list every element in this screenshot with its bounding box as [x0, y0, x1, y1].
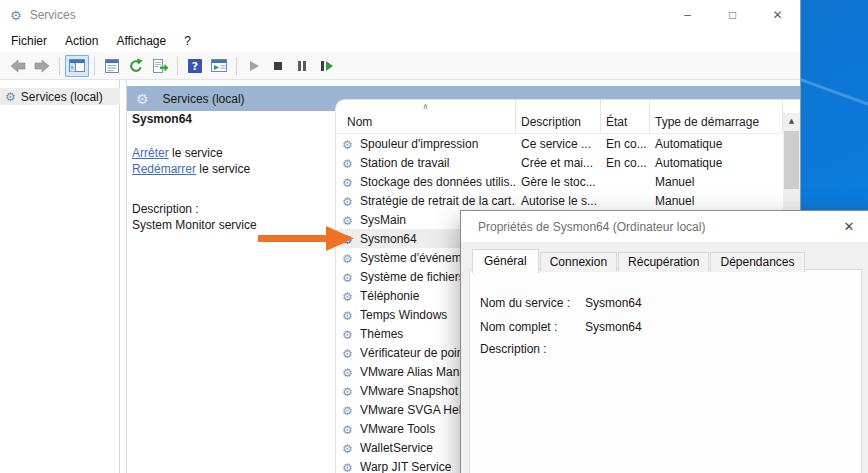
- properties-icon[interactable]: [100, 55, 124, 77]
- service-gear-icon: ⚙: [342, 291, 353, 303]
- pause-service-icon[interactable]: [290, 55, 314, 77]
- selected-service-name: Sysmon64: [132, 112, 192, 126]
- name-cell: ⚙Stockage des données utilis...: [336, 175, 516, 189]
- type-cell: Manuel: [650, 175, 783, 189]
- name-cell: ⚙Spouleur d'impression: [336, 137, 516, 151]
- restart-service-icon[interactable]: [314, 55, 338, 77]
- stop-service-icon[interactable]: [266, 55, 290, 77]
- restart-service-link[interactable]: Redémarrer: [132, 162, 196, 176]
- tab-dependances[interactable]: Dépendances: [710, 252, 804, 272]
- name-cell: ⚙Stratégie de retrait de la cart...: [336, 194, 516, 208]
- service-gear-icon: ⚙: [342, 405, 353, 417]
- toolbar-separator: [236, 57, 237, 75]
- service-gear-icon: ⚙: [342, 177, 353, 189]
- stop-service-link[interactable]: Arrêter: [132, 146, 169, 160]
- title-bar: ⚙ Services – □ ✕: [0, 0, 800, 30]
- dialog-title: Propriétés de Sysmon64 (Ordinateur local…: [478, 220, 705, 234]
- state-cell: En co...: [601, 156, 650, 170]
- export-list-icon[interactable]: [148, 55, 172, 77]
- service-row[interactable]: ⚙Stratégie de retrait de la cart...Autor…: [336, 191, 800, 210]
- minimize-icon[interactable]: –: [665, 0, 710, 30]
- description-text: System Monitor service: [132, 218, 257, 232]
- service-gear-icon: ⚙: [342, 139, 353, 151]
- window-title: Services: [30, 8, 76, 22]
- service-gear-icon: ⚙: [342, 424, 353, 436]
- description-label: Description :: [132, 202, 199, 216]
- app-gear-icon: ⚙: [10, 9, 22, 22]
- menu-bar: FichierActionAffichage?: [0, 30, 800, 52]
- service-gear-icon: ⚙: [342, 329, 353, 341]
- column-header[interactable]: Description: [516, 100, 601, 133]
- extended-pane: Sysmon64 Arrêter le service Redémarrer l…: [132, 110, 337, 473]
- service-gear-icon: ⚙: [342, 462, 353, 473]
- service-gear-icon: ⚙: [342, 443, 353, 455]
- service-gear-icon: ⚙: [342, 158, 353, 170]
- type-cell: Automatique: [650, 137, 783, 151]
- name-cell: ⚙Station de travail: [336, 156, 516, 170]
- tab-page-general: Nom du service : Sysmon64 Nom complet : …: [469, 269, 862, 473]
- back-icon[interactable]: [6, 55, 30, 77]
- menu-item[interactable]: ?: [175, 31, 200, 51]
- toolbar: ?: [0, 52, 800, 80]
- extended-view-icon[interactable]: [207, 55, 231, 77]
- restart-service-line: Redémarrer le service: [132, 162, 250, 176]
- help-icon[interactable]: ?: [183, 55, 207, 77]
- service-row[interactable]: ⚙Spouleur d'impressionCe service ...En c…: [336, 134, 800, 153]
- gear-icon: ⚙: [136, 92, 149, 106]
- service-row[interactable]: ⚙Stockage des données utilis...Gère le s…: [336, 172, 800, 191]
- service-name-value: Sysmon64: [585, 296, 642, 310]
- show-console-tree-icon[interactable]: [65, 55, 89, 77]
- sort-asc-icon: ∧: [423, 102, 429, 111]
- service-gear-icon: ⚙: [342, 367, 353, 379]
- desc-cell: Crée et mai...: [516, 156, 601, 170]
- list-header: Nom∧DescriptionÉtatType de démarrage: [336, 100, 800, 134]
- dialog-description-label: Description :: [480, 342, 547, 356]
- desc-cell: Autorise le s...: [516, 194, 601, 208]
- column-header[interactable]: Type de démarrage: [650, 100, 783, 133]
- service-name-label: Nom du service :: [480, 296, 570, 310]
- display-name-value: Sysmon64: [585, 320, 642, 334]
- service-gear-icon: ⚙: [342, 215, 353, 227]
- tab-recuperation[interactable]: Récupération: [618, 252, 709, 272]
- service-gear-icon: ⚙: [342, 348, 353, 360]
- desc-cell: Gère le stoc...: [516, 175, 601, 189]
- toolbar-separator: [94, 57, 95, 75]
- menu-item[interactable]: Affichage: [107, 31, 175, 51]
- toolbar-separator: [59, 57, 60, 75]
- desc-cell: Ce service ...: [516, 137, 601, 151]
- maximize-icon[interactable]: □: [710, 0, 755, 30]
- scrollbar-thumb[interactable]: [784, 131, 799, 189]
- dialog-close-icon[interactable]: ✕: [833, 211, 865, 241]
- tab-general[interactable]: Général: [472, 249, 539, 273]
- dialog-tabs: GénéralConnexionRécupérationDépendances: [472, 248, 806, 272]
- type-cell: Manuel: [650, 194, 783, 208]
- banner-label: Services (local): [163, 92, 245, 106]
- gear-icon: ⚙: [5, 91, 16, 103]
- column-header[interactable]: État: [601, 100, 650, 133]
- state-cell: En co...: [601, 137, 650, 151]
- menu-item[interactable]: Fichier: [2, 31, 56, 51]
- close-icon[interactable]: ✕: [755, 0, 800, 30]
- stop-service-line: Arrêter le service: [132, 146, 223, 160]
- console-tree-pane: ⚙ Services (local): [0, 80, 120, 473]
- type-cell: Automatique: [650, 156, 783, 170]
- display-name-label: Nom complet :: [480, 320, 557, 334]
- annotation-arrow: [258, 226, 355, 251]
- forward-icon[interactable]: [30, 55, 54, 77]
- service-gear-icon: ⚙: [342, 196, 353, 208]
- tree-item-services-local[interactable]: ⚙ Services (local): [0, 88, 120, 105]
- menu-item[interactable]: Action: [56, 31, 107, 51]
- properties-dialog: Propriétés de Sysmon64 (Ordinateur local…: [460, 210, 868, 473]
- refresh-icon[interactable]: [124, 55, 148, 77]
- service-gear-icon: ⚙: [342, 386, 353, 398]
- scroll-up-icon[interactable]: ▲: [783, 113, 800, 129]
- service-row[interactable]: ⚙Station de travailCrée et mai...En co..…: [336, 153, 800, 172]
- column-header[interactable]: Nom∧: [336, 100, 516, 133]
- service-gear-icon: ⚙: [342, 310, 353, 322]
- start-service-icon[interactable]: [242, 55, 266, 77]
- tab-connexion[interactable]: Connexion: [540, 252, 617, 272]
- service-gear-icon: ⚙: [342, 272, 353, 284]
- dialog-title-bar: Propriétés de Sysmon64 (Ordinateur local…: [461, 211, 868, 242]
- svg-text:?: ?: [192, 60, 198, 73]
- pane-splitter[interactable]: [120, 80, 127, 473]
